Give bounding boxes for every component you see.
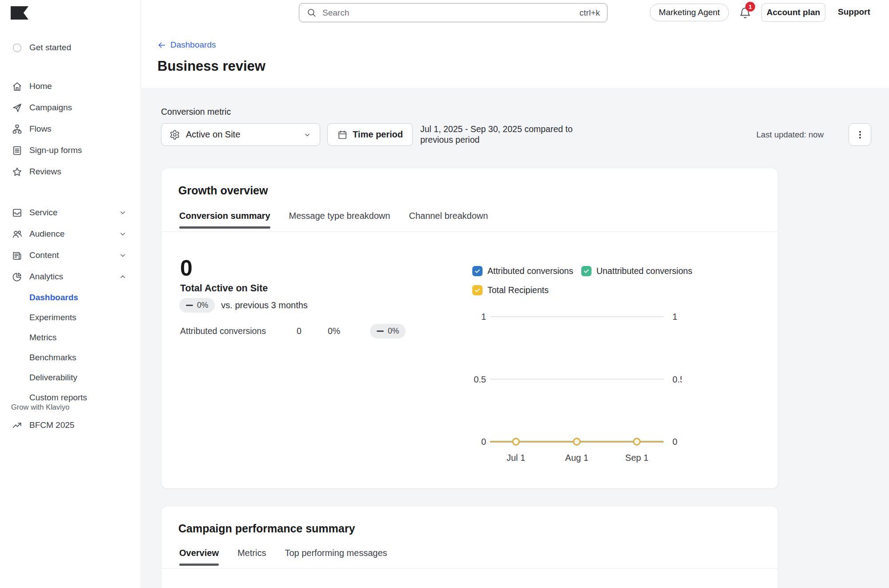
stat-value: 0 — [297, 326, 328, 336]
growth-overview-card: Growth overview Conversion summaryMessag… — [161, 168, 778, 489]
marketing-agent-button[interactable]: Marketing Agent — [650, 4, 729, 21]
topbar: ctrl+k Marketing Agent 1 Account plan Su… — [141, 0, 889, 26]
dashboard-menu-button[interactable] — [849, 123, 871, 146]
growth-chart: 000.50.511Jul 1Aug 1Sep 1 — [468, 305, 682, 470]
chevron-down-icon — [118, 208, 127, 217]
svg-text:0: 0 — [481, 437, 486, 447]
svg-text:1: 1 — [672, 312, 677, 322]
svg-text:Sep 1: Sep 1 — [625, 453, 648, 463]
delta-row: 0% vs. previous 3 months — [179, 298, 308, 313]
sidebar: Get started HomeCampaignsFlowsSign-up fo… — [0, 0, 141, 588]
date-range-text: Jul 1, 2025 - Sep 30, 2025 compared to p… — [420, 124, 577, 145]
search-input[interactable] — [322, 8, 575, 18]
klaviyo-logo[interactable] — [11, 6, 28, 20]
sidebar-group-content[interactable]: Content — [0, 245, 141, 266]
people-icon — [12, 229, 23, 240]
svg-text:Aug 1: Aug 1 — [565, 453, 588, 463]
legend-label: Attributed conversions — [487, 266, 573, 276]
flat-trend-icon — [186, 305, 193, 306]
tabs-divider — [161, 568, 778, 569]
kebab-menu-icon — [855, 129, 865, 140]
stat-row[interactable]: Attributed conversions 0 0% 0% — [180, 324, 406, 338]
star-icon — [12, 166, 23, 177]
legend-item-attributed-conversions[interactable]: Attributed conversions — [472, 266, 573, 276]
last-updated-text: Last updated: now — [756, 130, 824, 140]
search-shortcut: ctrl+k — [579, 8, 600, 18]
sidebar-item-reviews[interactable]: Reviews — [0, 161, 141, 182]
sidebar-item-bfcm-2025[interactable]: BFCM 2025 — [0, 415, 141, 436]
sidebar-group-nav: ServiceAudienceContentAnalyticsDashboard… — [0, 202, 141, 407]
tab-message-type-breakdown[interactable]: Message type breakdown — [289, 211, 390, 229]
tab-channel-breakdown[interactable]: Channel breakdown — [409, 211, 488, 229]
sidebar-item-home[interactable]: Home — [0, 76, 141, 97]
growth-overview-title: Growth overview — [178, 184, 268, 197]
legend-label: Total Recipients — [487, 285, 549, 295]
breadcrumb[interactable]: Dashboards — [157, 40, 216, 50]
sidebar-item-label: Sign-up forms — [29, 145, 82, 155]
notification-badge: 1 — [745, 2, 755, 12]
account-plan-button[interactable]: Account plan — [761, 3, 825, 22]
search-icon — [306, 8, 317, 18]
sidebar-item-experiments[interactable]: Experiments — [0, 307, 141, 327]
campaign-performance-title: Campaign performance summary — [178, 522, 355, 535]
tab-overview[interactable]: Overview — [179, 548, 219, 566]
sidebar-item-label: BFCM 2025 — [29, 420, 74, 430]
sidebar-item-benchmarks[interactable]: Benchmarks — [0, 347, 141, 367]
svg-text:0: 0 — [672, 437, 677, 447]
svg-text:0.5: 0.5 — [672, 375, 682, 384]
metric-select[interactable]: Active on Site — [161, 123, 320, 146]
controls-row: Active on Site Time period Jul 1, 2025 -… — [161, 123, 577, 146]
checkbox-checked-icon[interactable] — [581, 266, 591, 276]
sidebar-item-label: Flows — [29, 124, 52, 134]
delta-pill: 0% — [179, 298, 215, 313]
sidebar-item-deliverability[interactable]: Deliverability — [0, 367, 141, 387]
flow-icon — [12, 124, 23, 135]
checkbox-checked-icon[interactable] — [472, 285, 483, 295]
tab-conversion-summary[interactable]: Conversion summary — [179, 211, 270, 229]
total-value: 0 — [180, 255, 193, 281]
checkbox-checked-icon[interactable] — [472, 266, 483, 276]
page-header: Dashboards Business review — [141, 25, 889, 88]
tab-top-performing-messages[interactable]: Top performing messages — [285, 548, 387, 566]
campaign-tabs: OverviewMetricsTop performing messages — [179, 548, 387, 566]
sidebar-item-sign-up-forms[interactable]: Sign-up forms — [0, 140, 141, 161]
sidebar-group-analytics[interactable]: Analytics — [0, 266, 141, 287]
global-search[interactable]: ctrl+k — [299, 3, 607, 22]
sidebar-group-label: Audience — [29, 229, 64, 239]
delta-value: 0% — [197, 301, 208, 310]
sidebar-item-campaigns[interactable]: Campaigns — [0, 97, 141, 118]
sidebar-group-service[interactable]: Service — [0, 202, 141, 223]
sidebar-group-label: Service — [29, 208, 57, 217]
stat-delta-pill: 0% — [370, 324, 406, 338]
chevron-up-icon — [118, 272, 127, 281]
sidebar-item-metrics[interactable]: Metrics — [0, 327, 141, 347]
svg-text:1: 1 — [481, 312, 486, 322]
sidebar-item-flows[interactable]: Flows — [0, 118, 141, 140]
legend-item-unattributed-conversions[interactable]: Unattributed conversions — [581, 266, 692, 276]
trending-up-icon — [12, 420, 23, 431]
support-link[interactable]: Support — [838, 7, 870, 17]
sidebar-item-label: Reviews — [29, 167, 61, 177]
sidebar-group-audience[interactable]: Audience — [0, 223, 141, 245]
sidebar-group-label: Analytics — [29, 272, 63, 282]
stat-pct: 0% — [328, 326, 370, 336]
chevron-down-icon — [118, 251, 127, 260]
pie-chart-icon — [12, 271, 23, 282]
delta-context: vs. previous 3 months — [221, 300, 308, 310]
grow-with-klaviyo-heading: Grow with Klaviyo — [11, 403, 69, 411]
sidebar-item-label: Get started — [29, 43, 71, 52]
sidebar-item-get-started[interactable]: Get started — [0, 37, 141, 58]
stat-label: Attributed conversions — [180, 326, 297, 336]
svg-text:Jul 1: Jul 1 — [507, 453, 525, 463]
main-area: Dashboards Business review Conversion me… — [141, 25, 889, 588]
notifications-button[interactable]: 1 — [739, 5, 752, 20]
legend-item-total-recipients[interactable]: Total Recipients — [472, 285, 549, 295]
legend-label: Unattributed conversions — [596, 266, 692, 276]
total-label: Total Active on Site — [180, 283, 268, 294]
time-period-button[interactable]: Time period — [327, 123, 413, 146]
tabs-divider — [161, 231, 778, 232]
back-arrow-icon — [157, 40, 166, 50]
sidebar-item-label: Campaigns — [29, 103, 72, 113]
sidebar-item-dashboards[interactable]: Dashboards — [0, 287, 141, 307]
tab-metrics[interactable]: Metrics — [237, 548, 266, 566]
